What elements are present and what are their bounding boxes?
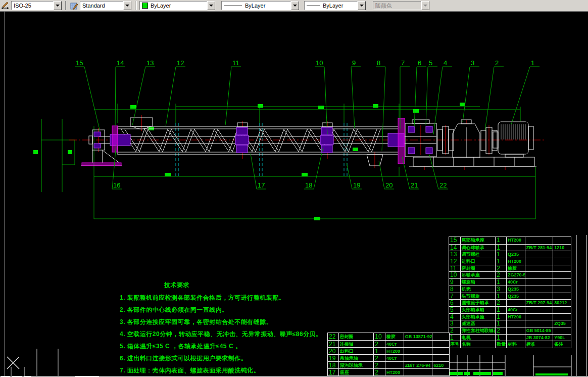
bom-row: 6圆锥滚子轴承2ZB/T 297-9430212 <box>449 299 571 306</box>
bom-cell <box>385 362 404 368</box>
callout-label: 13 <box>146 59 154 67</box>
bom-cell <box>432 341 449 347</box>
bom-cell: HT200 <box>507 258 525 265</box>
callout-label: 17 <box>258 181 265 189</box>
bom-cell: 头部轴承轴 <box>461 307 496 313</box>
bom-cell <box>553 286 571 293</box>
bom-header-cell: 材料 <box>507 341 525 348</box>
callout-leader <box>485 67 494 130</box>
bom-cell: 电机 <box>461 335 496 341</box>
linetype-combo[interactable]: ByLayer <box>221 1 299 10</box>
bom-cell: 出料口 <box>339 348 374 354</box>
bom-cell: Q235 <box>507 251 525 258</box>
bom-cell: ZG270-500 <box>507 272 525 278</box>
bom-cell: 6210 <box>432 362 449 368</box>
bom-cell: 10 <box>374 333 385 340</box>
callout-label: 19 <box>353 181 360 189</box>
bom-row: 9螺旋轴140Cr <box>449 278 571 286</box>
conveyor-body <box>81 118 536 166</box>
color-combo[interactable]: ByLayer <box>139 1 215 10</box>
callout-label: 20 <box>385 181 393 189</box>
bom-cell: 2 <box>374 369 385 375</box>
bom-cell: 密封圈 <box>461 265 496 272</box>
bom-cell <box>507 245 525 251</box>
bom-cell: 18 <box>328 362 339 368</box>
bom-cell: Y90L <box>553 335 571 341</box>
lineweight-dropdown-arrow[interactable] <box>358 1 366 10</box>
bom-row: 20出料口1HT200 <box>328 347 449 354</box>
text-style-combo[interactable]: Standard <box>80 1 131 10</box>
motor-fins <box>501 124 525 139</box>
bom-cell <box>432 333 449 340</box>
tech-requirement-line: 5. 箱体温升≤35 C ，各轴承处温升≤45 C 。 <box>120 342 322 351</box>
bom-cell: 深沟球轴承 <box>339 362 374 368</box>
bom-cell <box>525 293 554 300</box>
bom-row: 18深沟球轴承2ZB/T 276-946210 <box>328 361 449 368</box>
bom-cell: 1 <box>496 279 507 286</box>
bom-cell: 3 <box>496 286 507 293</box>
text-style-value[interactable]: Standard <box>80 1 123 10</box>
bom-cell <box>525 279 554 286</box>
tech-requirement-line: 2. 各部件的中心线必须在同一直线内。 <box>120 306 322 314</box>
bom-cell: 5 <box>449 307 461 313</box>
bom-cell <box>553 272 571 278</box>
bom-cell <box>525 272 554 278</box>
bom-cell: 1 <box>496 251 507 258</box>
callout-leader <box>414 67 417 127</box>
bom-cell: 调节螺栓 <box>461 251 496 258</box>
bom-cell: 15 <box>449 237 461 244</box>
drawing-viewport[interactable]: 15141312111098765432116171819202122 技术要求… <box>0 11 588 377</box>
bom-cell: HT200 <box>507 237 525 244</box>
text-style-dropdown-arrow[interactable] <box>123 1 131 10</box>
bom-row: 21连接轴240Cr <box>328 340 449 347</box>
dim-style-icon[interactable] <box>1 2 9 10</box>
bom-cell: 2 <box>496 265 507 272</box>
callout-label: 18 <box>305 181 312 189</box>
bom-cell: 40Cr <box>507 307 525 313</box>
bom-cell <box>525 286 554 293</box>
color-dropdown-arrow[interactable] <box>207 1 215 10</box>
bom-cell: 2 <box>449 327 461 334</box>
tech-requirements-title: 技术要求 <box>164 281 322 290</box>
dim-style-combo[interactable]: ISO-25 <box>11 1 62 10</box>
plot-style-value: 随颜色 <box>373 1 421 10</box>
callout-label: 8 <box>377 59 380 67</box>
lineweight-combo[interactable]: ByLayer <box>304 1 366 10</box>
bom-cell: 21 <box>328 341 339 347</box>
dim-style-dropdown-arrow[interactable] <box>54 1 62 10</box>
bom-cell <box>404 341 433 347</box>
bom-cell <box>553 279 571 286</box>
bom-cell: 1 <box>496 245 507 251</box>
dim-style-value[interactable]: ISO-25 <box>11 1 54 10</box>
callout-label: 16 <box>113 181 120 189</box>
toolbar-separator <box>65 1 67 10</box>
bom-cell: 橡胶 <box>507 265 525 272</box>
bom-table-left: 22密封圈10橡胶GB 13871-9221连接轴240Cr20出料口1HT20… <box>327 333 450 376</box>
callout-leader <box>382 67 385 151</box>
bom-cell: 1 <box>496 237 507 244</box>
callout-leader <box>314 147 323 189</box>
bom-header-cell: 数量 <box>496 341 507 348</box>
callout-label: 2 <box>495 59 499 67</box>
callout-label: 15 <box>76 59 83 67</box>
callout-label: 5 <box>429 59 432 67</box>
bom-cell <box>432 355 449 361</box>
bom-cell <box>507 320 525 327</box>
callout-label: 3 <box>471 59 474 67</box>
bom-cell: ZB/T 281-94 <box>525 245 554 251</box>
callout-label: 10 <box>316 59 323 67</box>
text-style-icon[interactable] <box>70 2 78 10</box>
bom-row: 15尾部轴承座1HT200 <box>449 237 571 244</box>
callout-leader <box>324 67 327 134</box>
bom-cell: ZB/T 276-94 <box>404 362 433 368</box>
bom-cell: 2 <box>374 341 385 347</box>
callout-leader <box>347 163 352 189</box>
bom-header-row: 序号名称数量材料标准备注 <box>449 341 571 348</box>
center-marks <box>99 115 505 170</box>
linetype-dropdown-arrow[interactable] <box>291 1 299 10</box>
bom-cell: 11 <box>449 265 461 272</box>
bom-header-cell: 备注 <box>553 341 571 348</box>
bom-cell: 40Cr <box>385 341 404 347</box>
bom-row: 11密封圈2橡胶 <box>449 265 571 272</box>
bom-cell: 2 <box>496 272 507 278</box>
